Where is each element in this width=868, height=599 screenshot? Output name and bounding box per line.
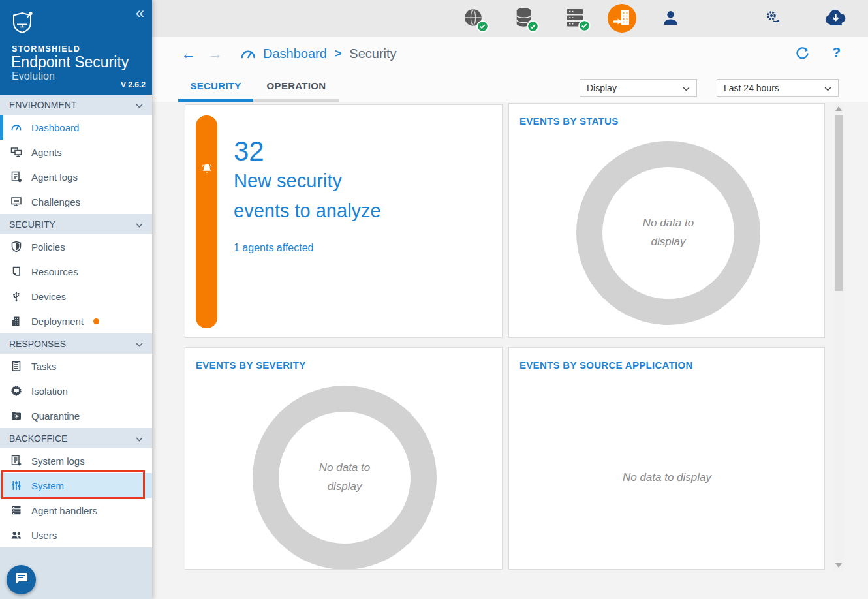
quarantine-icon xyxy=(10,409,23,422)
period-select[interactable]: Last 24 hours xyxy=(717,79,839,97)
tab-security[interactable]: SECURITY xyxy=(178,73,253,102)
sidebar-item-label: Resources xyxy=(31,266,78,277)
version-label: V 2.6.2 xyxy=(121,80,146,89)
deployment-status[interactable] xyxy=(608,4,636,35)
sidebar-item-dashboard[interactable]: Dashboard xyxy=(0,115,152,140)
sidebar-item-label: Agent logs xyxy=(31,172,78,183)
security-events-card: 32 New security events to analyze 1 agen… xyxy=(185,104,503,338)
vertical-scrollbar[interactable] xyxy=(833,103,844,571)
section-label: SECURITY xyxy=(9,219,55,230)
period-select-value: Last 24 hours xyxy=(724,83,779,93)
app-logo-block: « STORMSHIELD Endpoint Security Evolutio… xyxy=(0,0,152,95)
sidebar-item-agents[interactable]: Agents xyxy=(0,140,152,164)
display-select[interactable]: Display xyxy=(580,79,697,97)
sidebar-item-resources[interactable]: Resources xyxy=(0,259,152,284)
refresh-button[interactable] xyxy=(795,46,809,62)
sidebar-item-challenges[interactable]: Challenges xyxy=(0,189,152,214)
sidebar-item-label: Devices xyxy=(31,291,66,302)
check-badge xyxy=(476,20,489,35)
notification-dot xyxy=(93,318,99,324)
help-button[interactable]: ? xyxy=(832,44,841,60)
card-title: EVENTS BY SOURCE APPLICATION xyxy=(519,360,693,371)
tasks-clipboard-icon xyxy=(10,360,23,373)
building-icon xyxy=(10,315,23,328)
section-backoffice[interactable]: BACKOFFICE xyxy=(0,428,152,448)
main-area: ← → Dashboard > Security ? SECURITY OPER… xyxy=(152,0,868,599)
sidebar-item-isolation[interactable]: Isolation xyxy=(0,378,152,403)
chat-button[interactable] xyxy=(7,565,36,594)
events-by-severity-card: EVENTS BY SEVERITY No data to display xyxy=(185,347,503,570)
sidebar-item-tasks[interactable]: Tasks xyxy=(0,354,152,378)
refresh-icon xyxy=(795,52,809,62)
section-security[interactable]: SECURITY xyxy=(0,214,152,234)
chevron-down-icon xyxy=(136,100,143,110)
agents-monitors-icon xyxy=(10,146,23,159)
scroll-up-arrow-icon[interactable] xyxy=(835,106,842,111)
sidebar: « STORMSHIELD Endpoint Security Evolutio… xyxy=(0,0,152,599)
cloud-update[interactable] xyxy=(824,7,848,29)
sidebar-item-agent-logs[interactable]: Agent logs xyxy=(0,164,152,189)
sidebar-item-label: Challenges xyxy=(31,196,80,207)
forward-button[interactable]: → xyxy=(208,46,223,61)
sidebar-item-label: Users xyxy=(31,530,57,541)
section-label: BACKOFFICE xyxy=(9,433,67,444)
policies-shield-icon xyxy=(10,240,23,253)
sidebar-item-label: Dashboard xyxy=(31,122,79,133)
top-status-bar xyxy=(152,0,868,37)
breadcrumb-row: ← → Dashboard > Security ? xyxy=(152,37,868,70)
scrollbar-thumb[interactable] xyxy=(835,115,843,291)
sidebar-item-system[interactable]: System xyxy=(0,473,152,498)
empty-state-text: No data to display xyxy=(597,214,740,252)
alert-title-line1: New security xyxy=(234,166,381,196)
check-badge xyxy=(527,20,539,35)
stormshield-shield-icon xyxy=(12,10,35,37)
display-select-value: Display xyxy=(587,83,617,93)
sidebar-item-quarantine[interactable]: Quarantine xyxy=(0,403,152,428)
user-account[interactable] xyxy=(662,9,679,29)
database-status[interactable] xyxy=(513,7,535,32)
check-badge xyxy=(578,20,591,35)
section-responses[interactable]: RESPONSES xyxy=(0,333,152,354)
chevron-down-icon xyxy=(136,219,143,230)
agent-handler-status[interactable] xyxy=(564,7,586,31)
cloud-download-icon xyxy=(824,18,848,29)
chevron-down-icon xyxy=(136,433,143,444)
gear-sync-icon xyxy=(764,19,783,30)
chevron-down-icon xyxy=(136,339,143,349)
server-stack-icon xyxy=(10,504,23,517)
sidebar-item-label: System xyxy=(31,480,64,491)
sidebar-item-deployment[interactable]: Deployment xyxy=(0,309,152,333)
sidebar-item-users[interactable]: Users xyxy=(0,523,152,547)
sidebar-item-policies[interactable]: Policies xyxy=(0,234,152,259)
empty-state-text: No data to display xyxy=(623,471,711,484)
tab-operation[interactable]: OPERATION xyxy=(253,73,339,102)
annotation-highlight-box xyxy=(1,470,145,499)
breadcrumb-dashboard-link[interactable]: Dashboard xyxy=(263,46,327,61)
back-button[interactable]: ← xyxy=(181,46,196,61)
system-logs-icon xyxy=(10,454,23,467)
breadcrumb-separator: > xyxy=(335,47,342,61)
agents-affected-link[interactable]: 1 agents affected xyxy=(234,242,313,254)
user-icon xyxy=(662,18,679,29)
chat-bubble-icon xyxy=(14,572,29,587)
sidebar-item-label: Quarantine xyxy=(31,410,80,422)
sidebar-item-label: Tasks xyxy=(31,361,56,372)
event-count: 32 xyxy=(234,136,381,166)
sidebar-item-label: Isolation xyxy=(31,386,68,397)
internet-status[interactable] xyxy=(462,7,484,32)
isolation-icon xyxy=(10,384,23,397)
background-tasks[interactable] xyxy=(764,8,783,31)
sidebar-item-agent-handlers[interactable]: Agent handlers xyxy=(0,498,152,523)
sliders-icon xyxy=(10,479,23,492)
scroll-down-arrow-icon[interactable] xyxy=(835,563,842,568)
sidebar-collapse-button[interactable]: « xyxy=(136,5,144,21)
section-label: ENVIRONMENT xyxy=(9,100,76,110)
section-environment[interactable]: ENVIRONMENT xyxy=(0,95,152,115)
alert-text-block: 32 New security events to analyze 1 agen… xyxy=(234,136,381,254)
sidebar-item-system-logs[interactable]: System logs xyxy=(0,448,152,473)
resources-icon xyxy=(10,265,23,278)
breadcrumb-current: Security xyxy=(349,46,396,61)
alert-title-line2: events to analyze xyxy=(234,196,381,226)
sidebar-item-devices[interactable]: Devices xyxy=(0,284,152,309)
sidebar-item-label: Deployment xyxy=(31,316,84,327)
